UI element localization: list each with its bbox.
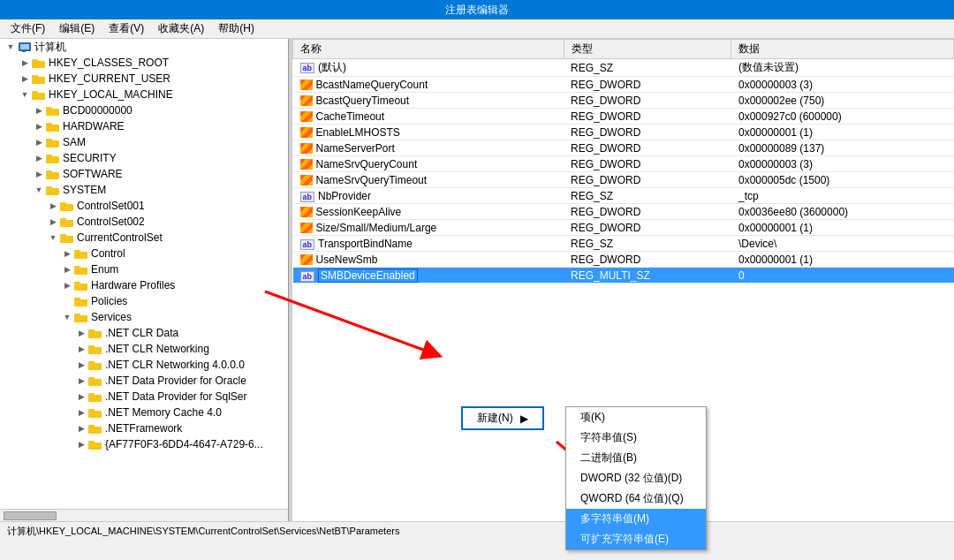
- expander-control[interactable]: ▶: [60, 246, 74, 261]
- svg-rect-44: [88, 377, 95, 380]
- tree-item-services[interactable]: ▼ Services: [0, 309, 288, 325]
- reg-name-text: NbProvider: [318, 190, 371, 202]
- expander-hardware[interactable]: ▶: [32, 119, 46, 133]
- menu-edit[interactable]: 编辑(E): [52, 19, 102, 38]
- cell-data: 0x000005dc (1500): [731, 172, 954, 188]
- expander-dpora[interactable]: ▶: [74, 374, 88, 388]
- tree-hscroll-thumb[interactable]: [4, 511, 57, 520]
- tree-item-software[interactable]: ▶ SOFTWARE: [0, 166, 288, 182]
- expander-hkcu[interactable]: ▶: [18, 72, 32, 86]
- expander-ccs[interactable]: ▼: [46, 231, 60, 245]
- tree-item-hardware[interactable]: ▶ HARDWARE: [0, 118, 288, 134]
- expander-netfw[interactable]: ▶: [74, 421, 88, 435]
- tree-item-security[interactable]: ▶ SECURITY: [0, 150, 288, 166]
- reg-name-text: BcastNameQueryCount: [316, 79, 428, 91]
- tree-item-cs001[interactable]: ▶ ControlSet001: [0, 198, 288, 214]
- expander-enum[interactable]: ▶: [60, 262, 74, 276]
- tree-item-hkcr[interactable]: ▶ HKEY_CLASSES_ROOT: [0, 55, 288, 71]
- tree-item-enum[interactable]: ▶ Enum: [0, 261, 288, 277]
- table-row[interactable]: abSMBDeviceEnabledREG_MULTI_SZ0: [293, 268, 954, 284]
- table-row[interactable]: CacheTimeoutREG_DWORD0x000927c0 (600000): [293, 109, 954, 125]
- tree-item-computer[interactable]: ▼ 计算机: [0, 39, 288, 55]
- expander-af77[interactable]: ▶: [74, 437, 88, 451]
- folder-icon-hkcu: [32, 72, 46, 85]
- tree-item-dpora[interactable]: ▶ .NET Data Provider for Oracle: [0, 373, 288, 389]
- tree-label-security: SECURITY: [63, 152, 117, 164]
- reg-icon-ab: ab: [300, 239, 315, 250]
- menu-favorites[interactable]: 收藏夹(A): [151, 19, 211, 38]
- expander-system[interactable]: ▼: [32, 183, 46, 197]
- table-row[interactable]: abTransportBindNameREG_SZ\Device\: [293, 236, 954, 252]
- tree-item-netfw[interactable]: ▶ .NETFramework: [0, 420, 288, 436]
- menu-help[interactable]: 帮助(H): [211, 19, 261, 38]
- menu-view[interactable]: 查看(V): [102, 19, 151, 38]
- tree-item-sam[interactable]: ▶ SAM: [0, 134, 288, 150]
- tree-scroll[interactable]: ▼ 计算机 ▶ HKEY_CLASSES_ROOT: [0, 39, 288, 509]
- cell-name: CacheTimeout: [293, 109, 564, 125]
- table-row[interactable]: Size/Small/Medium/LargeREG_DWORD0x000000…: [293, 220, 954, 236]
- table-row[interactable]: BcastQueryTimeoutREG_DWORD0x000002ee (75…: [293, 93, 954, 109]
- cell-data: 0x00000001 (1): [731, 125, 954, 140]
- tree-item-memcache[interactable]: ▶ .NET Memory Cache 4.0: [0, 405, 288, 420]
- expander-clrdata[interactable]: ▶: [74, 326, 88, 340]
- tree-label-software: SOFTWARE: [63, 168, 123, 180]
- expander-memcache[interactable]: ▶: [74, 405, 88, 420]
- folder-icon-hwprofiles: [74, 279, 88, 291]
- reg-name-text: TransportBindName: [318, 238, 413, 250]
- svg-rect-5: [32, 77, 45, 84]
- tree-item-control[interactable]: ▶ Control: [0, 246, 288, 261]
- expander-computer[interactable]: ▼: [4, 40, 18, 54]
- expander-hklm[interactable]: ▼: [18, 87, 32, 102]
- main-container: ▼ 计算机 ▶ HKEY_CLASSES_ROOT: [0, 39, 954, 541]
- tree-item-cs002[interactable]: ▶ ControlSet002: [0, 214, 288, 230]
- tree-item-hkcu[interactable]: ▶ HKEY_CURRENT_USER: [0, 71, 288, 87]
- table-row[interactable]: NameSrvQueryTimeoutREG_DWORD0x000005dc (…: [293, 172, 954, 188]
- tree-item-hklm[interactable]: ▼ HKEY_LOCAL_MACHINE: [0, 87, 288, 102]
- expander-clrnet[interactable]: ▶: [74, 342, 88, 356]
- reg-icon-ab: ab: [300, 271, 315, 282]
- expander-sam[interactable]: ▶: [32, 135, 46, 149]
- tree-item-dpsql[interactable]: ▶ .NET Data Provider for SqlSer: [0, 389, 288, 405]
- expander-hkcr[interactable]: ▶: [18, 56, 32, 70]
- cell-name: BcastQueryTimeout: [293, 93, 564, 109]
- svg-rect-10: [46, 107, 52, 110]
- table-row[interactable]: NameSrvQueryCountREG_DWORD0x00000003 (3): [293, 156, 954, 172]
- table-row[interactable]: NameServerPortREG_DWORD0x00000089 (137): [293, 140, 954, 156]
- expander-services[interactable]: ▼: [60, 310, 74, 324]
- expander-clrnet4[interactable]: ▶: [74, 358, 88, 372]
- table-row[interactable]: BcastNameQueryCountREG_DWORD0x00000003 (…: [293, 77, 954, 93]
- cell-type: REG_DWORD: [564, 172, 731, 188]
- tree-item-clrdata[interactable]: ▶ .NET CLR Data: [0, 325, 288, 341]
- tree-item-af77[interactable]: ▶ {AF77F0F3-6DD4-4647-A729-6...: [0, 436, 288, 452]
- svg-rect-28: [74, 250, 80, 253]
- expander-cs002[interactable]: ▶: [46, 215, 60, 229]
- tree-item-ccs[interactable]: ▼ CurrentControlSet: [0, 230, 288, 246]
- tree-item-hwprofiles[interactable]: ▶ Hardware Profiles: [0, 277, 288, 293]
- table-row[interactable]: SessionKeepAliveREG_DWORD0x0036ee80 (360…: [293, 204, 954, 220]
- table-row[interactable]: EnableLMHOSTSREG_DWORD0x00000001 (1): [293, 125, 954, 140]
- cell-type: REG_DWORD: [564, 77, 731, 93]
- tree-item-clrnet[interactable]: ▶ .NET CLR Networking: [0, 341, 288, 357]
- svg-rect-43: [88, 379, 102, 386]
- tree-item-clrnet4[interactable]: ▶ .NET CLR Networking 4.0.0.0: [0, 357, 288, 373]
- col-type: 类型: [564, 40, 731, 59]
- reg-name-text: SMBDeviceEnabled: [318, 269, 418, 283]
- table-row[interactable]: UseNewSmbREG_DWORD0x00000001 (1): [293, 252, 954, 268]
- table-row[interactable]: ab(默认)REG_SZ(数值未设置): [293, 59, 954, 77]
- registry-table[interactable]: 名称 类型 数据 ab(默认)REG_SZ(数值未设置)BcastNameQue…: [292, 39, 954, 521]
- tree-item-system[interactable]: ▼ SYSTEM: [0, 182, 288, 198]
- reg-icon-dword: [300, 207, 313, 217]
- expander-software[interactable]: ▶: [32, 167, 46, 181]
- reg-icon-dword: [300, 223, 313, 233]
- svg-rect-30: [74, 266, 80, 269]
- expander-cs001[interactable]: ▶: [46, 199, 60, 213]
- expander-bcd[interactable]: ▶: [32, 103, 46, 117]
- menu-file[interactable]: 文件(F): [4, 19, 52, 38]
- expander-security[interactable]: ▶: [32, 151, 46, 165]
- table-row[interactable]: abNbProviderREG_SZ_tcp: [293, 188, 954, 204]
- tree-item-policies[interactable]: Policies: [0, 293, 288, 309]
- expander-dpsql[interactable]: ▶: [74, 390, 88, 404]
- tree-item-bcd[interactable]: ▶ BCD00000000: [0, 102, 288, 118]
- expander-hwprofiles[interactable]: ▶: [60, 278, 74, 292]
- tree-hscroll[interactable]: [0, 509, 288, 521]
